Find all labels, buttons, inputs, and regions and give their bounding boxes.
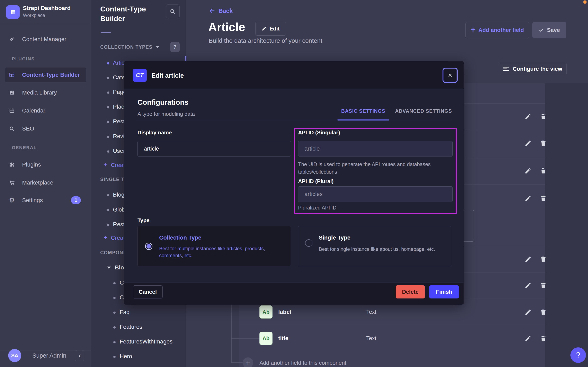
configure-view-button[interactable]: Configure the view: [499, 63, 566, 75]
cart-icon-wrap: [9, 180, 22, 185]
panel-item-glob[interactable]: Glob: [113, 206, 125, 213]
api-id-plural-help: Pluralized API ID: [298, 205, 337, 211]
edit-field-button[interactable]: [525, 140, 531, 147]
page-subtitle: Build the data architecture of your cont…: [209, 37, 322, 44]
edit-field-button[interactable]: [525, 309, 531, 316]
sidebar-item-label: Content Manager: [22, 36, 66, 42]
back-link[interactable]: Back: [209, 7, 233, 14]
trash-icon: [540, 113, 547, 120]
calendar-icon-wrap: [9, 108, 22, 114]
edit-field-button[interactable]: [525, 195, 531, 202]
plus-icon: +: [104, 161, 108, 168]
delete-field-button[interactable]: [540, 195, 547, 202]
delete-field-button[interactable]: [540, 256, 547, 263]
add-field-label: Add another field: [479, 27, 524, 33]
panel-item-hero[interactable]: Hero: [120, 353, 132, 360]
radio-unselected-icon[interactable]: [305, 239, 312, 247]
radio-selected-icon[interactable]: [145, 243, 152, 250]
panel-item-revi[interactable]: Revi: [113, 133, 124, 140]
single-type-option[interactable]: Single Type Best for single instance lik…: [298, 226, 451, 266]
sidebar-nav: Content Manager PLUGINS Content-Type Bui…: [0, 0, 91, 225]
edit-field-button[interactable]: [525, 256, 531, 263]
list-bullet: [107, 121, 109, 123]
delete-field-button[interactable]: [540, 309, 547, 316]
list-bullet: [107, 136, 109, 138]
display-name-label: Display name: [138, 129, 172, 136]
avatar[interactable]: SA: [8, 349, 21, 362]
panel-item-features[interactable]: Features: [120, 324, 142, 330]
puzzle-icon-wrap: [9, 162, 22, 167]
panel-group-header[interactable]: COLLECTION TYPES: [100, 44, 159, 50]
sidebar-item-label: Media Library: [22, 89, 57, 96]
grid-icon: [9, 72, 15, 78]
panel-item-user[interactable]: User: [113, 148, 125, 154]
field-name: label: [278, 309, 291, 315]
sidebar-item-content-type-builder[interactable]: Content-Type Builder: [0, 67, 91, 82]
sidebar-item-marketplace[interactable]: Marketplace: [0, 175, 91, 190]
tree-branch: [231, 362, 243, 363]
list-bullet: [107, 92, 109, 94]
pencil-icon: [525, 140, 531, 147]
delete-field-button[interactable]: [540, 140, 547, 147]
sidebar-item-content-manager[interactable]: Content Manager: [0, 32, 91, 47]
api-id-plural-input[interactable]: [298, 186, 453, 202]
tree-branch: [231, 338, 259, 339]
edit-label: Edit: [269, 25, 280, 32]
panel-item-blog[interactable]: Blog: [113, 192, 124, 198]
modal-title: Edit article: [151, 72, 184, 79]
delete-field-button[interactable]: [540, 335, 547, 342]
delete-field-button[interactable]: [540, 167, 547, 174]
single-type-title: Single Type: [319, 234, 350, 241]
active-tab-underline: [337, 119, 389, 120]
delete-button[interactable]: Delete: [396, 285, 425, 299]
delete-field-button[interactable]: [540, 282, 547, 289]
modal-footer: Cancel Delete Finish: [124, 282, 464, 305]
list-bullet: [113, 312, 116, 314]
panel-item-rest[interactable]: Rest: [113, 118, 125, 125]
finish-label: Finish: [436, 289, 452, 295]
add-another-field-button[interactable]: + Add another field: [465, 22, 529, 38]
display-name-field-wrap: [138, 141, 291, 157]
panel-item-rest[interactable]: Rest: [113, 221, 125, 228]
feather-icon: [9, 36, 15, 42]
cancel-label: Cancel: [139, 289, 157, 295]
display-name-input[interactable]: [138, 141, 291, 157]
panel-item-cate[interactable]: Cate: [113, 74, 125, 81]
panel-item-plac[interactable]: Plac: [113, 103, 124, 110]
api-id-singular-input[interactable]: [298, 141, 453, 157]
status-dot: [583, 0, 587, 4]
edit-field-button[interactable]: [525, 282, 531, 289]
tab-advanced-settings[interactable]: ADVANCED SETTINGS: [394, 108, 453, 114]
api-id-singular-field-wrap: [298, 141, 453, 157]
sidebar-item-seo[interactable]: SEO: [0, 121, 91, 136]
search-icon: [9, 126, 15, 132]
panel-group-header[interactable]: COMPONE: [100, 250, 127, 256]
sidebar-item-plugins[interactable]: Plugins: [0, 157, 91, 172]
edit-button[interactable]: Edit: [255, 22, 286, 36]
panel-item-featureswithimages[interactable]: FeaturesWithImages: [120, 338, 173, 345]
sidebar-item-media-library[interactable]: Media Library: [0, 85, 91, 100]
list-bullet: [107, 194, 109, 196]
cancel-button[interactable]: Cancel: [133, 285, 163, 299]
collection-type-option[interactable]: Collection Type Best for multiple instan…: [138, 226, 291, 266]
help-button[interactable]: ?: [570, 347, 586, 363]
edit-field-button[interactable]: [525, 167, 531, 174]
sidebar-item-calendar[interactable]: Calendar: [0, 103, 91, 118]
sidebar-collapse-button[interactable]: ‹: [75, 350, 84, 361]
tab-basic-settings[interactable]: BASIC SETTINGS: [337, 108, 389, 114]
panel-item-faq[interactable]: Faq: [120, 309, 130, 316]
list-bullet: [107, 150, 109, 153]
gear-icon: ⚙: [9, 197, 15, 204]
finish-button[interactable]: Finish: [429, 285, 459, 299]
edit-field-button[interactable]: [525, 335, 531, 342]
edit-field-button[interactable]: [525, 113, 531, 120]
question-mark-icon: ?: [576, 351, 580, 359]
modal-close-button[interactable]: [443, 68, 458, 83]
panel-item-artic[interactable]: Artic: [113, 59, 124, 66]
close-icon: [447, 72, 453, 78]
count-badge: 7: [170, 42, 180, 52]
modal-section-subtitle: A type for modeling data: [138, 111, 195, 117]
save-button[interactable]: Save: [532, 22, 566, 38]
sidebar-item-settings[interactable]: ⚙ Settings 1: [0, 193, 91, 208]
delete-field-button[interactable]: [540, 113, 547, 120]
